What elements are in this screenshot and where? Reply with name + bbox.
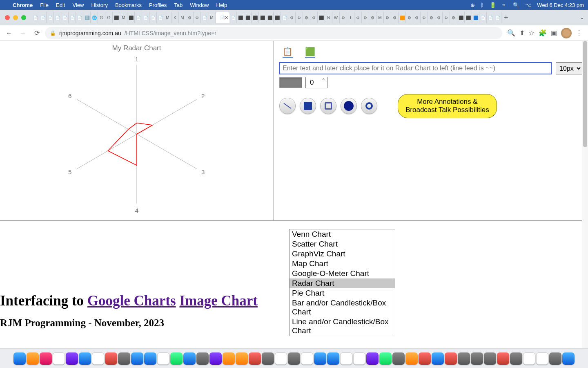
tab[interactable]: ⚙ — [296, 12, 303, 23]
tab[interactable]: ⚙ — [391, 12, 399, 23]
tab[interactable]: 📄 — [39, 12, 47, 23]
dock-app[interactable] — [432, 352, 444, 365]
tab[interactable]: ⚙ — [186, 12, 194, 23]
tab[interactable]: ⬛ — [237, 12, 244, 23]
dock-app[interactable] — [366, 352, 379, 365]
dock-app[interactable] — [92, 352, 104, 365]
dock-app[interactable] — [471, 352, 483, 365]
chart-list-option[interactable]: Map Chart — [290, 259, 395, 269]
outline-square-tool-button[interactable] — [320, 98, 336, 114]
tab[interactable]: 📄 — [479, 12, 487, 23]
tab[interactable]: ⚙ — [435, 12, 443, 23]
tab[interactable]: ⚙ — [340, 12, 347, 23]
dock-app[interactable] — [549, 352, 561, 365]
tab[interactable]: ⬛ — [244, 12, 252, 23]
active-tab[interactable]: 📄✕ — [216, 12, 229, 23]
dock-app[interactable] — [170, 352, 183, 365]
dock-app[interactable] — [144, 352, 156, 365]
radar-chart[interactable]: 1 2 3 4 5 6 — [59, 52, 214, 216]
spotlight-icon[interactable]: 🔍 — [513, 2, 519, 8]
tab[interactable]: 📄 — [201, 12, 208, 23]
dock-app[interactable] — [275, 352, 287, 365]
dock-app[interactable] — [458, 352, 470, 365]
chart-list-option[interactable]: Google-O-Meter Chart — [290, 269, 395, 278]
menu-history[interactable]: History — [87, 2, 111, 8]
tab[interactable]: ⬛ — [252, 12, 259, 23]
tab[interactable]: 📄 — [76, 12, 83, 23]
dock-app[interactable] — [105, 352, 117, 365]
dock-app[interactable] — [66, 352, 78, 365]
dock-app[interactable] — [379, 352, 392, 365]
tab[interactable]: 📄 — [61, 12, 69, 23]
dock-app[interactable] — [157, 352, 169, 365]
close-window-button[interactable] — [5, 15, 10, 20]
forward-button[interactable]: → — [17, 27, 29, 39]
dock-app[interactable] — [196, 352, 209, 365]
tab[interactable]: G — [98, 12, 105, 23]
share-icon[interactable]: ⬆ — [519, 29, 525, 37]
tab[interactable]: 📄 — [487, 12, 494, 23]
dock-app[interactable] — [209, 352, 222, 365]
menu-tab[interactable]: Tab — [170, 2, 186, 8]
tab[interactable]: ⬛ — [266, 12, 274, 23]
tab[interactable]: ⬛ — [457, 12, 465, 23]
zoom-icon[interactable]: 🔍 — [507, 29, 515, 37]
menu-help[interactable]: Help — [213, 2, 231, 8]
reload-button[interactable]: ⟳ — [31, 27, 42, 39]
chart-list-option[interactable]: Pie Chart — [290, 288, 395, 298]
device-icon[interactable]: 🟩 — [305, 47, 315, 58]
dock-app[interactable] — [340, 352, 352, 365]
dock-app[interactable] — [288, 352, 300, 365]
profile-avatar[interactable] — [561, 28, 572, 38]
dock-app[interactable] — [353, 352, 365, 365]
tab[interactable]: 📄 — [281, 12, 288, 23]
menu-profiles[interactable]: Profiles — [145, 2, 170, 8]
tab[interactable]: ⬛ — [113, 12, 120, 23]
maximize-window-button[interactable] — [21, 15, 26, 20]
dock-app[interactable] — [249, 352, 261, 365]
more-annotations-button[interactable]: More Annotations & Broadcast Talk Possib… — [398, 94, 497, 118]
dock-app[interactable] — [419, 352, 431, 365]
tab[interactable]: 📄 — [32, 12, 39, 23]
chart-list-option[interactable]: GraphViz Chart — [290, 249, 395, 259]
tab[interactable]: M — [164, 12, 172, 23]
back-button[interactable]: ← — [3, 27, 15, 39]
chart-list-option[interactable]: Bar and/or Candlestick/Box Chart — [290, 298, 395, 317]
sidepanel-icon[interactable]: ▣ — [551, 29, 557, 37]
color-swatch[interactable] — [279, 77, 302, 88]
tab[interactable]: ⚙ — [303, 12, 310, 23]
tab[interactable]: 📄 — [135, 12, 142, 23]
dock-app[interactable] — [562, 352, 575, 365]
tab[interactable]: 📄 — [69, 12, 76, 23]
chart-list-option[interactable]: Scatter Chart — [290, 239, 395, 249]
dock-app[interactable] — [405, 352, 418, 365]
tab[interactable]: 📄 — [494, 12, 501, 23]
tab[interactable]: M — [208, 12, 216, 23]
tab[interactable]: M — [376, 12, 384, 23]
chart-list-option[interactable]: Line and/or Candlestick/Box Chart — [290, 317, 395, 336]
outline-circle-tool-button[interactable] — [361, 98, 377, 114]
tab[interactable]: 🟧 — [399, 12, 406, 23]
dock-app[interactable] — [262, 352, 274, 365]
dock-app[interactable] — [314, 352, 326, 365]
menu-edit[interactable]: Edit — [52, 2, 69, 8]
tab[interactable]: ⚙ — [310, 12, 318, 23]
filled-circle-tool-button[interactable] — [341, 98, 357, 114]
font-size-select[interactable]: 10px — [556, 62, 582, 74]
tab[interactable]: 🌐 — [91, 12, 98, 23]
tab[interactable]: ⚙ — [428, 12, 435, 23]
dock-app[interactable] — [40, 352, 52, 365]
dock-app[interactable] — [327, 352, 339, 365]
tab[interactable]: 📄 — [229, 12, 237, 23]
dock-app[interactable] — [79, 352, 91, 365]
notepad-icon[interactable]: 📋 — [283, 47, 293, 58]
tab[interactable]: ⚙ — [194, 12, 201, 23]
tab[interactable]: G — [105, 12, 113, 23]
tab[interactable]: ⚙ — [384, 12, 391, 23]
tab[interactable]: ⬛ — [259, 12, 266, 23]
google-charts-link[interactable]: Google Charts — [87, 293, 176, 309]
line-tool-button[interactable] — [279, 98, 296, 114]
tab[interactable]: ⬛ — [274, 12, 281, 23]
dock-app[interactable] — [392, 352, 405, 365]
menu-file[interactable]: File — [36, 2, 52, 8]
